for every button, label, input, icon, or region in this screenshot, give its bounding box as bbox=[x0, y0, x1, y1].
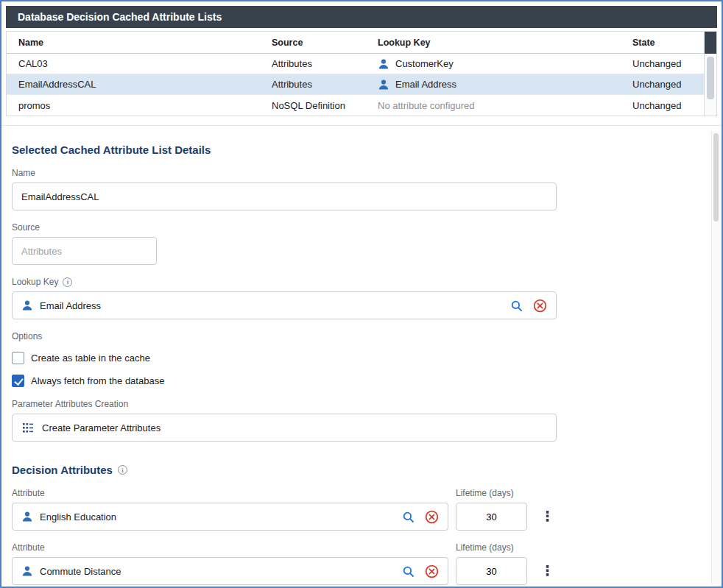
row-name-cell: promos bbox=[7, 100, 260, 111]
kebab-menu-icon[interactable]: ⋮ bbox=[540, 562, 554, 580]
app-window: Database Decision Cached Attribute Lists… bbox=[0, 0, 723, 588]
checkbox-row-create-table[interactable]: Create as table in the cache bbox=[12, 352, 722, 364]
source-label: Source bbox=[12, 222, 722, 233]
attribute-value: English Education bbox=[40, 511, 395, 523]
create-parameter-attributes-label: Create Parameter Attributes bbox=[42, 422, 161, 433]
decision-attribute-row: Attribute English Education Lifetime (da… bbox=[12, 476, 722, 531]
person-icon bbox=[21, 511, 33, 523]
attribute-picker[interactable]: Commute Distance bbox=[12, 557, 448, 585]
kebab-menu-icon[interactable]: ⋮ bbox=[540, 508, 554, 525]
clear-circle-icon[interactable] bbox=[425, 510, 439, 524]
page-scrollbar-thumb[interactable] bbox=[713, 133, 719, 222]
decision-attributes-heading: Decision Attributes bbox=[12, 464, 113, 476]
row-lookup-cell: No attribute configured bbox=[366, 100, 621, 111]
lifetime-label: Lifetime (days) bbox=[456, 488, 527, 498]
row-state-cell: Unchanged bbox=[621, 79, 704, 90]
details-heading: Selected Cached Attribute List Details bbox=[12, 144, 722, 156]
person-icon bbox=[21, 300, 33, 311]
table-grid: Name Source Lookup Key State CAL03 Attri… bbox=[7, 32, 704, 116]
lifetime-input[interactable] bbox=[456, 557, 527, 585]
details-panel: Selected Cached Attribute List Details N… bbox=[1, 126, 722, 585]
column-header-name[interactable]: Name bbox=[7, 38, 260, 48]
decision-attribute-row: Attribute Commute Distance Lifetime (day… bbox=[12, 531, 722, 585]
attribute-picker[interactable]: English Education bbox=[12, 503, 448, 531]
lookup-key-label: Lookup Key bbox=[12, 277, 58, 287]
person-icon bbox=[21, 565, 33, 577]
row-source-cell: NoSQL Definition bbox=[260, 100, 366, 111]
lookup-key-value: Email Address bbox=[40, 300, 504, 311]
row-state-cell: Unchanged bbox=[621, 58, 704, 69]
checkbox-row-always-fetch[interactable]: Always fetch from the database bbox=[12, 375, 722, 387]
row-state-cell: Unchanged bbox=[621, 100, 704, 111]
row-lookup-cell: Email Address bbox=[366, 79, 621, 91]
lifetime-label: Lifetime (days) bbox=[456, 542, 527, 553]
column-header-source[interactable]: Source bbox=[260, 38, 366, 48]
search-icon[interactable] bbox=[402, 565, 415, 578]
person-icon bbox=[378, 79, 389, 91]
table-scrollbar[interactable] bbox=[704, 32, 716, 116]
checkbox-label: Always fetch from the database bbox=[31, 375, 164, 386]
table-row[interactable]: promos NoSQL Definition No attribute con… bbox=[7, 95, 704, 116]
search-icon[interactable] bbox=[402, 511, 415, 523]
table-header-row: Name Source Lookup Key State bbox=[7, 32, 704, 54]
panel-title-bar: Database Decision Cached Attribute Lists bbox=[6, 6, 717, 28]
source-input[interactable] bbox=[12, 237, 157, 265]
table-row[interactable]: EmailAddressCAL Attributes Email Address… bbox=[7, 74, 704, 95]
checkbox-label: Create as table in the cache bbox=[31, 353, 150, 364]
table-scrollbar-header-cap bbox=[705, 32, 716, 54]
clear-circle-icon[interactable] bbox=[425, 564, 439, 578]
row-lookup-cell: CustomerKey bbox=[366, 58, 621, 70]
options-label: Options bbox=[12, 331, 722, 341]
info-icon[interactable] bbox=[118, 465, 127, 475]
column-header-lookup-key[interactable]: Lookup Key bbox=[366, 38, 621, 48]
column-header-state[interactable]: State bbox=[621, 38, 704, 48]
panel-title: Database Decision Cached Attribute Lists bbox=[18, 11, 222, 23]
checkbox[interactable] bbox=[12, 375, 24, 387]
attribute-value: Commute Distance bbox=[40, 566, 395, 577]
clear-circle-icon[interactable] bbox=[533, 299, 547, 313]
row-source-cell: Attributes bbox=[260, 58, 366, 69]
name-label: Name bbox=[12, 168, 722, 178]
attribute-label: Attribute bbox=[12, 542, 448, 553]
row-name-cell: EmailAddressCAL bbox=[7, 79, 260, 90]
page-scrollbar[interactable] bbox=[711, 131, 720, 585]
parameter-grid-icon bbox=[21, 421, 35, 434]
row-lookup-value: Email Address bbox=[395, 79, 456, 90]
row-lookup-value: CustomerKey bbox=[395, 58, 454, 69]
row-source-cell: Attributes bbox=[260, 79, 366, 90]
search-icon[interactable] bbox=[510, 300, 523, 312]
table-scrollbar-thumb[interactable] bbox=[707, 57, 714, 99]
person-icon bbox=[378, 58, 389, 70]
row-name-cell: CAL03 bbox=[7, 58, 260, 69]
info-icon[interactable] bbox=[63, 277, 72, 287]
checkbox[interactable] bbox=[12, 352, 24, 364]
table-row[interactable]: CAL03 Attributes CustomerKey Unchanged bbox=[7, 54, 704, 74]
name-input[interactable] bbox=[12, 183, 557, 210]
create-parameter-attributes-button[interactable]: Create Parameter Attributes bbox=[12, 414, 557, 442]
lifetime-input[interactable] bbox=[456, 503, 527, 531]
cached-attribute-lists-table: Name Source Lookup Key State CAL03 Attri… bbox=[6, 31, 717, 116]
attribute-label: Attribute bbox=[12, 488, 448, 498]
lookup-key-picker[interactable]: Email Address bbox=[12, 291, 557, 319]
parameter-attributes-label: Parameter Attributes Creation bbox=[12, 399, 722, 409]
